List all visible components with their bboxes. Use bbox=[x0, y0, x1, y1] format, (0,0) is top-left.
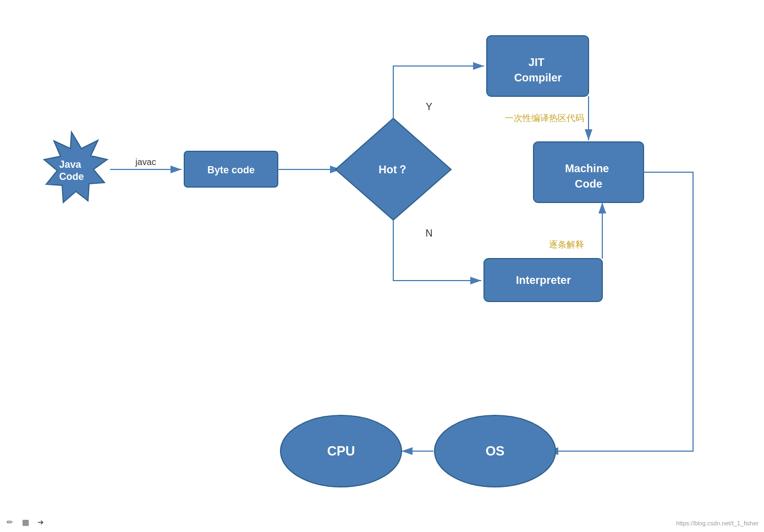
byte-code-label: Byte code bbox=[207, 164, 255, 175]
arrow-hot-to-jit bbox=[393, 66, 484, 118]
toolbar: ✏ ▦ ➜ bbox=[4, 517, 46, 528]
y-label: Y bbox=[426, 101, 432, 112]
diagram-svg: Java Code javac Byte code Hot？ Y JIT Com… bbox=[0, 0, 764, 532]
forward-icon[interactable]: ➜ bbox=[35, 517, 46, 528]
table-icon[interactable]: ▦ bbox=[20, 517, 31, 528]
n-label: N bbox=[426, 228, 433, 239]
arrow-machine-to-os bbox=[547, 172, 693, 451]
javac-label: javac bbox=[135, 157, 156, 167]
diagram-container: Java Code javac Byte code Hot？ Y JIT Com… bbox=[0, 0, 764, 532]
pencil-icon[interactable]: ✏ bbox=[4, 517, 15, 528]
hot-compile-note: 一次性编译热区代码 bbox=[505, 113, 584, 123]
hot-decision-label: Hot？ bbox=[378, 163, 408, 175]
cpu-label: CPU bbox=[327, 443, 355, 458]
arrow-hot-to-interpreter bbox=[393, 220, 481, 281]
interpreter-label: Interpreter bbox=[516, 274, 571, 286]
watermark: https://blog.csdn.net/t_1_fisher bbox=[676, 520, 758, 526]
os-label: OS bbox=[486, 443, 505, 458]
interpret-note: 逐条解释 bbox=[549, 240, 584, 249]
